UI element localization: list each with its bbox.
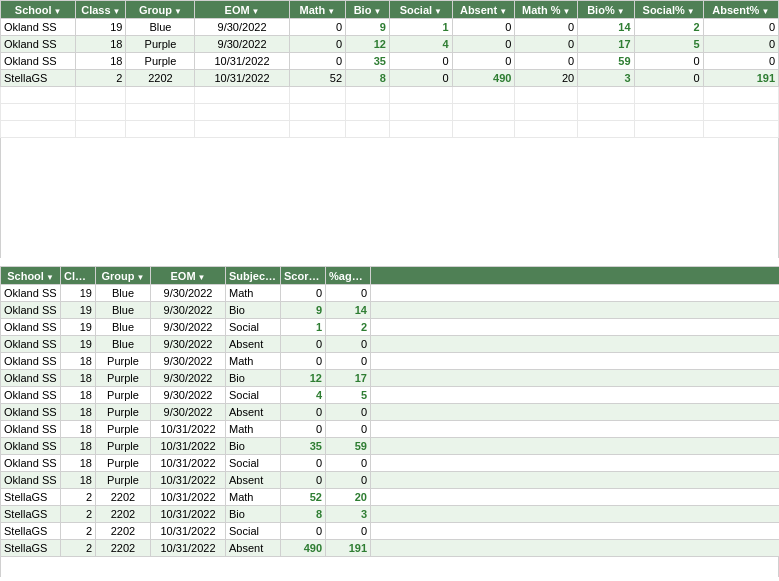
cell-biopct: 14 xyxy=(578,19,634,36)
table1-header-row: School▼ Class▼ Group▼ EOM▼ Math▼ Bio▼ So… xyxy=(1,1,779,19)
cell-subject: Social xyxy=(226,387,281,404)
cell-rest xyxy=(371,421,780,438)
cell-rest xyxy=(371,370,780,387)
cell-pctage: 0 xyxy=(326,404,371,421)
table-row: Okland SS 18 Purple 9/30/2022 Absent 0 0 xyxy=(1,404,780,421)
cell-school: StellaGS xyxy=(1,70,76,87)
table-row: StellaGS 2 2202 10/31/2022 Math 52 20 xyxy=(1,489,780,506)
cell-rest xyxy=(371,506,780,523)
col-eom[interactable]: EOM▼ xyxy=(195,1,289,19)
cell-school: Okland SS xyxy=(1,404,61,421)
cell-absent: 0 xyxy=(452,36,515,53)
col-group[interactable]: Group▼ xyxy=(126,1,195,19)
col-absent[interactable]: Absent▼ xyxy=(452,1,515,19)
cell-class: 2 xyxy=(76,70,126,87)
table-row: Okland SS 19 Blue 9/30/2022 Absent 0 0 xyxy=(1,336,780,353)
table2-header-row: School▼ Class▼ Group▼ EOM▼ Subject▼ Scor… xyxy=(1,267,780,285)
sort-icon: ▼ xyxy=(113,7,121,16)
col-absentpct[interactable]: Absent%▼ xyxy=(703,1,778,19)
cell-group: 2202 xyxy=(96,523,151,540)
table-row: Okland SS 18 Purple 10/31/2022 Bio 35 59 xyxy=(1,438,780,455)
cell-class: 18 xyxy=(61,472,96,489)
cell-biopct: 59 xyxy=(578,53,634,70)
col2-eom[interactable]: EOM▼ xyxy=(151,267,226,285)
cell-class: 18 xyxy=(61,421,96,438)
col-mathpct[interactable]: Math %▼ xyxy=(515,1,578,19)
cell-subject: Math xyxy=(226,421,281,438)
cell-class: 18 xyxy=(61,387,96,404)
cell-rest xyxy=(371,387,780,404)
col2-pctage[interactable]: %age▼ xyxy=(326,267,371,285)
cell-score: 0 xyxy=(281,285,326,302)
cell-subject: Absent xyxy=(226,540,281,557)
sort-icon: ▼ xyxy=(373,7,381,16)
col2-class[interactable]: Class▼ xyxy=(61,267,96,285)
cell-rest xyxy=(371,523,780,540)
cell-class: 18 xyxy=(61,455,96,472)
col2-subject[interactable]: Subject▼ xyxy=(226,267,281,285)
cell-school: Okland SS xyxy=(1,319,61,336)
table-row: Okland SS 18 Purple 10/31/2022 Absent 0 … xyxy=(1,472,780,489)
cell-class: 18 xyxy=(61,404,96,421)
sort-icon: ▼ xyxy=(137,273,145,282)
col-biopct[interactable]: Bio%▼ xyxy=(578,1,634,19)
cell-school: Okland SS xyxy=(1,387,61,404)
cell-group: Blue xyxy=(96,336,151,353)
table-row: StellaGS 2 2202 10/31/2022 52 8 0 490 20… xyxy=(1,70,779,87)
cell-class: 18 xyxy=(61,370,96,387)
sort-icon: ▼ xyxy=(434,7,442,16)
col-bio[interactable]: Bio▼ xyxy=(346,1,390,19)
cell-pctage: 3 xyxy=(326,506,371,523)
col2-group[interactable]: Group▼ xyxy=(96,267,151,285)
cell-rest xyxy=(371,319,780,336)
cell-eom: 10/31/2022 xyxy=(151,506,226,523)
cell-pctage: 0 xyxy=(326,336,371,353)
col-socialpct[interactable]: Social%▼ xyxy=(634,1,703,19)
cell-rest xyxy=(371,285,780,302)
col-class[interactable]: Class▼ xyxy=(76,1,126,19)
cell-subject: Bio xyxy=(226,506,281,523)
cell-subject: Absent xyxy=(226,404,281,421)
cell-eom: 9/30/2022 xyxy=(151,387,226,404)
cell-absent: 0 xyxy=(452,19,515,36)
cell-absentpct: 0 xyxy=(703,53,778,70)
sort-icon: ▼ xyxy=(198,273,206,282)
empty-section-2 xyxy=(0,557,779,577)
col-math[interactable]: Math▼ xyxy=(289,1,345,19)
cell-pctage: 0 xyxy=(326,285,371,302)
cell-socialpct: 0 xyxy=(634,53,703,70)
cell-subject: Bio xyxy=(226,302,281,319)
cell-group: Purple xyxy=(96,455,151,472)
cell-pctage: 0 xyxy=(326,353,371,370)
cell-subject: Social xyxy=(226,523,281,540)
cell-score: 4 xyxy=(281,387,326,404)
table-row: Okland SS 19 Blue 9/30/2022 Math 0 0 xyxy=(1,285,780,302)
cell-school: Okland SS xyxy=(1,472,61,489)
cell-score: 0 xyxy=(281,455,326,472)
cell-subject: Math xyxy=(226,489,281,506)
cell-absent: 0 xyxy=(452,53,515,70)
spreadsheet-container: School▼ Class▼ Group▼ EOM▼ Math▼ Bio▼ So… xyxy=(0,0,779,577)
cell-group: 2202 xyxy=(96,506,151,523)
cell-eom: 9/30/2022 xyxy=(151,404,226,421)
cell-score: 0 xyxy=(281,336,326,353)
cell-class: 2 xyxy=(61,523,96,540)
cell-pctage: 0 xyxy=(326,523,371,540)
col2-school[interactable]: School▼ xyxy=(1,267,61,285)
cell-group: 2202 xyxy=(96,540,151,557)
cell-school: Okland SS xyxy=(1,438,61,455)
cell-mathpct: 20 xyxy=(515,70,578,87)
col-social[interactable]: Social▼ xyxy=(389,1,452,19)
cell-class: 18 xyxy=(76,53,126,70)
col-school[interactable]: School▼ xyxy=(1,1,76,19)
cell-bio: 35 xyxy=(346,53,390,70)
col2-score[interactable]: Score▼ xyxy=(281,267,326,285)
cell-pctage: 2 xyxy=(326,319,371,336)
table-row: Okland SS 18 Purple 9/30/2022 Bio 12 17 xyxy=(1,370,780,387)
cell-group: Purple xyxy=(126,53,195,70)
cell-school: StellaGS xyxy=(1,506,61,523)
cell-school: Okland SS xyxy=(1,455,61,472)
cell-eom: 10/31/2022 xyxy=(151,455,226,472)
cell-subject: Math xyxy=(226,285,281,302)
table-row: Okland SS 18 Purple 10/31/2022 Social 0 … xyxy=(1,455,780,472)
